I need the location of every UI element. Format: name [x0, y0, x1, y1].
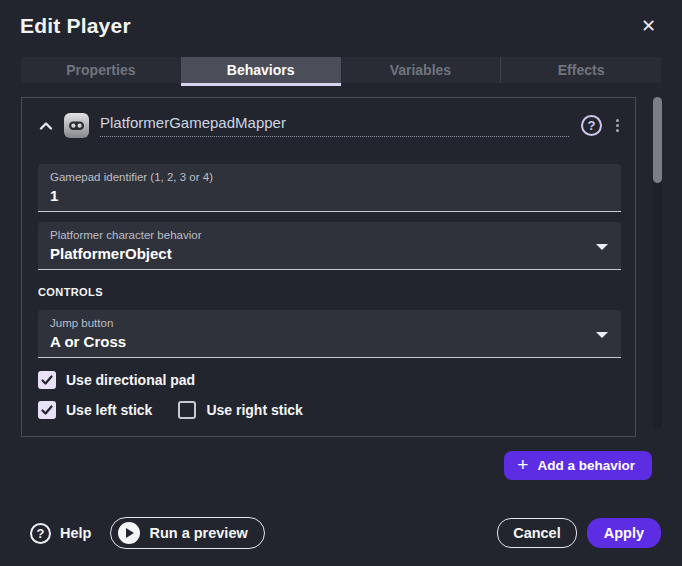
use-right-stick-label: Use right stick [206, 402, 302, 418]
tab-properties-label: Properties [66, 62, 135, 78]
cancel-button[interactable]: Cancel [497, 518, 577, 548]
controls-section-title: CONTROLS [38, 286, 619, 298]
help-label: Help [60, 525, 91, 541]
play-icon [118, 522, 140, 544]
behavior-name-input[interactable]: PlatformerGamepadMapper [100, 114, 569, 137]
apply-label: Apply [604, 525, 644, 541]
behavior-help-icon[interactable]: ? [581, 115, 602, 136]
tab-effects[interactable]: Effects [500, 57, 661, 83]
edit-player-dialog: Edit Player ✕ Properties Behaviors Varia… [0, 0, 682, 566]
plus-icon: + [517, 457, 528, 473]
gamepad-icon [64, 113, 89, 138]
use-left-stick-label: Use left stick [66, 402, 152, 418]
three-dots-vertical-icon[interactable] [614, 117, 621, 134]
use-right-stick-checkbox[interactable]: Use right stick [178, 401, 302, 419]
character-behavior-label: Platformer character behavior [50, 228, 609, 243]
close-icon[interactable]: ✕ [641, 17, 656, 35]
run-preview-label: Run a preview [149, 525, 247, 541]
cancel-label: Cancel [513, 525, 561, 541]
tab-effects-label: Effects [558, 62, 605, 78]
scrollbar-thumb[interactable] [653, 97, 662, 183]
add-behavior-label: Add a behavior [537, 458, 635, 473]
gamepad-identifier-label: Gamepad identifier (1, 2, 3 or 4) [50, 170, 609, 185]
behaviors-panel-row: PlatformerGamepadMapper ? Gamepad identi… [21, 97, 682, 437]
help-button[interactable]: ? Help [30, 523, 91, 544]
gamepad-identifier-field[interactable]: Gamepad identifier (1, 2, 3 or 4) 1 [38, 164, 621, 212]
jump-button-select[interactable]: Jump button A or Cross [38, 310, 621, 358]
jump-button-value: A or Cross [50, 331, 609, 352]
character-behavior-value: PlatformerObject [50, 243, 609, 264]
apply-button[interactable]: Apply [587, 518, 661, 548]
question-circle-icon: ? [30, 523, 51, 544]
tab-behaviors[interactable]: Behaviors [181, 57, 341, 83]
tab-variables-label: Variables [390, 62, 452, 78]
use-directional-pad-label: Use directional pad [66, 372, 195, 388]
add-behavior-row: + Add a behavior [0, 451, 652, 480]
use-left-stick-checkbox[interactable]: Use left stick [38, 401, 152, 419]
checkbox-row-1: Use directional pad [38, 371, 619, 389]
page-title: Edit Player [20, 14, 131, 38]
jump-button-label: Jump button [50, 316, 609, 331]
checkbox-icon [38, 401, 56, 419]
tab-properties[interactable]: Properties [21, 57, 181, 83]
chevron-down-icon [596, 332, 608, 338]
run-preview-button[interactable]: Run a preview [110, 517, 264, 549]
character-behavior-select[interactable]: Platformer character behavior Platformer… [38, 222, 621, 270]
behavior-accordion-header: PlatformerGamepadMapper ? [22, 98, 635, 154]
chevron-up-icon[interactable] [38, 118, 54, 134]
dialog-footer: ? Help Run a preview Cancel Apply [0, 514, 682, 566]
behavior-card: PlatformerGamepadMapper ? Gamepad identi… [21, 97, 636, 437]
checkbox-icon [38, 371, 56, 389]
scrollbar-track[interactable] [653, 97, 662, 429]
dialog-header: Edit Player ✕ [0, 0, 682, 38]
checkbox-row-2: Use left stick Use right stick [38, 401, 619, 419]
tab-behaviors-label: Behaviors [227, 62, 295, 78]
checkbox-icon [178, 401, 196, 419]
chevron-down-icon [596, 244, 608, 250]
gamepad-identifier-value: 1 [50, 185, 609, 206]
use-directional-pad-checkbox[interactable]: Use directional pad [38, 371, 195, 389]
add-behavior-button[interactable]: + Add a behavior [504, 451, 652, 480]
tab-variables[interactable]: Variables [341, 57, 501, 83]
tab-bar: Properties Behaviors Variables Effects [21, 57, 661, 83]
